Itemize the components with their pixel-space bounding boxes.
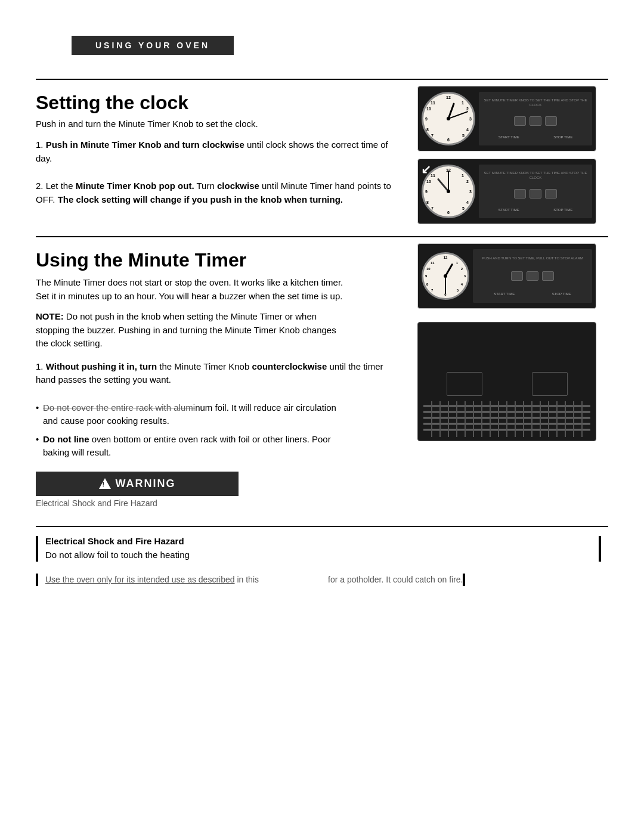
step2-text2: Turn bbox=[194, 181, 217, 191]
bottom-two-col: Use the oven only for its intended use a… bbox=[36, 574, 608, 586]
panel-btn-1c bbox=[545, 116, 557, 126]
oven-minute-hand bbox=[445, 276, 446, 294]
step2-bold1: Minute Timer Knob pop out. bbox=[76, 181, 194, 191]
bottom-right-bar bbox=[463, 574, 465, 586]
note-label: NOTE: bbox=[36, 311, 64, 321]
oven-panel-buttons bbox=[511, 271, 554, 281]
setting-clock-intro: Push in and turn the Minute Timer Knob t… bbox=[36, 119, 322, 129]
warning-subtitle-partial: Electrical Shock and Fire Hazard bbox=[36, 498, 405, 508]
clock-labels-1: START TIME STOP TIME bbox=[481, 135, 590, 139]
warning-subtitle-text: Electrical Shock and Fire Hazard bbox=[36, 498, 157, 508]
oven-btn-c bbox=[542, 271, 554, 281]
minute-timer-intro: The Minute Timer does not start or stop … bbox=[36, 276, 346, 303]
mt-step1-normal: the Minute Timer Knob bbox=[157, 361, 252, 371]
panel-buttons-1 bbox=[514, 116, 557, 126]
oven-dial-left bbox=[447, 372, 482, 396]
panel-btn-1a bbox=[514, 116, 526, 126]
panel-text-1: SET MINUTE TIMER KNOB TO SET THE TIME AN… bbox=[481, 98, 590, 108]
main-content: Setting the clock Push in and turn the M… bbox=[0, 55, 644, 598]
clock-labels-2: START TIME STOP TIME bbox=[481, 208, 590, 212]
oven-panel-text: PUSH AND TURN TO SET TIME, PULL OUT TO S… bbox=[482, 256, 583, 261]
bullet-item-1: Do not cover the entire rack with alumin… bbox=[36, 401, 346, 428]
mt-step1-number: 1. bbox=[36, 361, 46, 371]
panel-buttons-2 bbox=[514, 189, 557, 199]
oven-clock-face: 12 1 2 3 4 5 6 7 8 9 10 11 bbox=[422, 252, 469, 300]
stop-label-2: STOP TIME bbox=[553, 208, 572, 212]
clock-panel-1: SET MINUTE TIMER KNOB TO SET THE TIME AN… bbox=[479, 92, 592, 145]
mt-step1-bold2: counterclockwise bbox=[252, 361, 327, 371]
minute-hand-2 bbox=[448, 171, 449, 191]
minute-timer-instructions: Using the Minute Timer The Minute Timer … bbox=[36, 243, 405, 508]
mt-step1-bold: Without pushing it in, turn bbox=[46, 361, 157, 371]
left-bar-1 bbox=[36, 536, 38, 562]
setting-clock-instructions: Setting the clock Push in and turn the M… bbox=[36, 86, 405, 221]
warning-triangle-icon bbox=[99, 478, 111, 489]
minute-timer-section: Using the Minute Timer The Minute Timer … bbox=[36, 243, 608, 508]
clock-hands-1 bbox=[423, 94, 473, 144]
minute-timer-step1: 1. Without pushing it in, turn the Minut… bbox=[36, 360, 405, 387]
rack-row-1 bbox=[423, 401, 590, 437]
oven-stop-label: STOP TIME bbox=[552, 292, 571, 296]
center-dot-1 bbox=[447, 117, 450, 120]
section-divider-2 bbox=[36, 236, 608, 237]
oven-rack-image bbox=[417, 322, 596, 441]
bottom-left-text: Use the oven only for its intended use a… bbox=[45, 574, 259, 586]
bottom-left-underline: Use the oven only for its intended use a… bbox=[45, 575, 235, 584]
clock-image-2: ↙ 12 1 2 3 4 5 6 7 8 9 10 11 bbox=[417, 159, 596, 224]
panel-btn-2b bbox=[530, 189, 541, 199]
bottom-warning-section: Electrical Shock and Fire Hazard Do not … bbox=[36, 526, 608, 587]
center-dot-2 bbox=[447, 190, 450, 193]
clock-face-1: 12 1 2 3 4 5 6 7 8 9 10 11 bbox=[422, 92, 475, 145]
electrical-text: Do not allow foil to touch the heating bbox=[45, 549, 599, 562]
step2-number: 2. bbox=[36, 181, 44, 191]
setting-clock-section: Setting the clock Push in and turn the M… bbox=[36, 86, 608, 224]
oven-btn-b bbox=[527, 271, 538, 281]
electrical-warning: Electrical Shock and Fire Hazard Do not … bbox=[36, 536, 608, 562]
note-text-content: Do not push in the knob when setting the… bbox=[36, 311, 336, 348]
stop-label-1: STOP TIME bbox=[553, 135, 572, 139]
warning-box: WARNING bbox=[36, 472, 239, 496]
start-label-1: START TIME bbox=[499, 135, 519, 139]
minute-timer-note: NOTE: Do not push in the knob when setti… bbox=[36, 310, 346, 351]
oven-start-label: START TIME bbox=[494, 292, 515, 296]
header-bar: USING YOUR OVEN bbox=[72, 36, 234, 55]
step2-bold3: The clock setting will change if you pus… bbox=[58, 194, 343, 204]
minute-timer-two-col: Using the Minute Timer The Minute Timer … bbox=[36, 243, 608, 508]
step2-text1: Let the bbox=[46, 181, 76, 191]
panel-btn-2c bbox=[545, 189, 557, 199]
bottom-left-normal: in this bbox=[235, 575, 259, 584]
section-divider-1 bbox=[36, 79, 608, 80]
oven-clock-image: 12 1 2 3 4 5 6 7 8 9 10 11 bbox=[417, 243, 596, 309]
oven-clock-panel: PUSH AND TURN TO SET TIME, PULL OUT TO S… bbox=[473, 249, 592, 303]
bottom-left: Use the oven only for its intended use a… bbox=[36, 574, 316, 586]
clock-panel-2: SET MINUTE TIMER KNOB TO SET THE TIME AN… bbox=[479, 165, 592, 218]
oven-btn-a bbox=[511, 271, 523, 281]
bottom-left-bar bbox=[36, 574, 38, 586]
clock-face-2: 12 1 2 3 4 5 6 7 8 9 10 11 bbox=[422, 165, 475, 218]
electrical-title: Electrical Shock and Fire Hazard bbox=[45, 536, 599, 546]
bullet1-strikethrough: Do not cover the entire rack with alumi bbox=[43, 402, 195, 413]
warning-label: WARNING bbox=[116, 478, 176, 490]
panel-text-2: SET MINUTE TIMER KNOB TO SET THE TIME AN… bbox=[481, 171, 590, 181]
oven-clock-labels: START TIME STOP TIME bbox=[475, 292, 590, 296]
oven-images-col: 12 1 2 3 4 5 6 7 8 9 10 11 bbox=[417, 243, 608, 441]
step2-bold2: clockwise bbox=[217, 181, 259, 191]
bottom-right-text: for a potholder. It could catch on fire. bbox=[328, 574, 463, 586]
oven-rack-grid bbox=[423, 401, 590, 437]
step1-bold-text: Push in Minute Timer Knob and turn clock… bbox=[46, 140, 244, 150]
oven-dial-right bbox=[532, 372, 568, 396]
start-label-2: START TIME bbox=[499, 208, 519, 212]
setting-clock-step2: 2. Let the Minute Timer Knob pop out. Tu… bbox=[36, 179, 405, 206]
setting-clock-step1: 1. Push in Minute Timer Knob and turn cl… bbox=[36, 138, 405, 165]
step1-number: 1. bbox=[36, 140, 44, 150]
header-title: USING YOUR OVEN bbox=[95, 41, 210, 50]
panel-btn-2a bbox=[514, 189, 526, 199]
bottom-right: for a potholder. It could catch on fire. bbox=[328, 574, 608, 586]
rack-svg bbox=[423, 401, 590, 437]
bullet-item-2: Do not line oven bottom or entire oven r… bbox=[36, 433, 346, 460]
clock-image-1: 12 1 2 3 4 5 6 7 8 9 10 11 bbox=[417, 86, 596, 151]
minute-timer-title: Using the Minute Timer bbox=[36, 249, 405, 271]
setting-clock-title: Setting the clock bbox=[36, 92, 405, 114]
clock-images-col: 12 1 2 3 4 5 6 7 8 9 10 11 bbox=[417, 86, 608, 224]
bullet2-bold: Do not line bbox=[43, 434, 89, 444]
